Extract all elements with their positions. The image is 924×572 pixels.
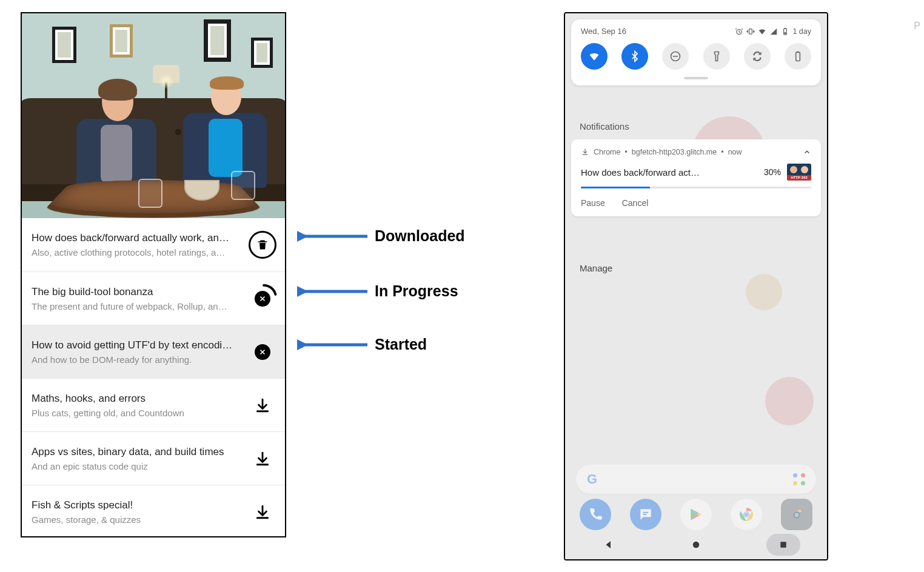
svg-rect-20: [780, 542, 786, 547]
flashlight-icon: [711, 50, 723, 62]
episode-row[interactable]: Apps vs sites, binary data, and build ti…: [22, 431, 285, 485]
svg-rect-4: [749, 28, 752, 33]
episode-title: Fish & Scripts special!: [32, 499, 241, 511]
episode-title: The big build-tool bonanza: [32, 286, 241, 298]
download-button[interactable]: [249, 445, 276, 473]
nav-recent[interactable]: [766, 534, 800, 556]
download-notification[interactable]: Chrome • bgfetch-http203.glitch.me • now…: [571, 139, 821, 216]
status-icons: 1 day: [735, 27, 811, 36]
svg-rect-7: [785, 32, 786, 34]
episode-title: Apps vs sites, binary data, and build ti…: [32, 446, 241, 458]
episode-subtitle: Games, storage, & quizzes: [32, 514, 241, 525]
corner-marker: P: [914, 21, 920, 32]
notif-app: Chrome: [594, 148, 620, 156]
notifications-header: Notifications: [580, 121, 629, 131]
svg-rect-6: [785, 28, 786, 28]
phone-frame: Wed, Sep 16 1 day Notifications Chrome •…: [564, 12, 828, 560]
cancel-download-button[interactable]: [249, 338, 276, 366]
signal-icon: [769, 27, 778, 36]
home-dock: [565, 499, 827, 530]
download-button[interactable]: [249, 498, 276, 526]
drag-handle[interactable]: [684, 77, 708, 79]
nav-back[interactable]: [592, 534, 626, 556]
notif-percent: 30%: [764, 167, 781, 177]
svg-rect-9: [796, 52, 800, 61]
progress-arc-icon: [250, 284, 278, 311]
pause-button[interactable]: Pause: [581, 198, 605, 208]
episode-row[interactable]: Fish & Scripts special! Games, storage, …: [22, 485, 285, 536]
status-date: Wed, Sep 16: [581, 27, 626, 36]
episode-title: Maths, hooks, and errors: [32, 393, 241, 405]
quick-toggle-row: [581, 43, 811, 70]
quick-settings-card: Wed, Sep 16 1 day: [571, 19, 821, 85]
trash-icon: [249, 231, 276, 259]
hero-image: [22, 13, 285, 218]
podcast-app-panel: How does back/forward actually work, an……: [21, 12, 286, 537]
battery-icon: [781, 27, 789, 36]
svg-rect-10: [797, 52, 798, 53]
episode-row[interactable]: How to avoid getting UTF'd by text encod…: [22, 325, 285, 378]
cancel-button[interactable]: Cancel: [622, 198, 649, 208]
google-search-bar[interactable]: G: [576, 465, 816, 494]
messages-app-icon[interactable]: [630, 499, 661, 530]
wifi-icon: [758, 27, 766, 36]
episode-title: How does back/forward actually work, an…: [32, 232, 241, 244]
annotation-label: Started: [375, 336, 427, 353]
svg-point-15: [745, 513, 748, 516]
camera-app-icon[interactable]: [781, 499, 812, 530]
episode-subtitle: Plus cats, getting old, and Countdown: [32, 408, 241, 418]
download-button[interactable]: [249, 391, 276, 419]
episode-list: How does back/forward actually work, an……: [22, 218, 285, 536]
download-progress-bar: [581, 187, 811, 188]
cancel-download-button[interactable]: [249, 285, 276, 313]
dnd-icon: [669, 50, 681, 62]
episode-subtitle: The present and future of webpack, Rollu…: [32, 301, 241, 311]
episode-row[interactable]: How does back/forward actually work, an……: [22, 218, 285, 271]
episode-row[interactable]: Maths, hooks, and errors Plus cats, gett…: [22, 378, 285, 431]
episode-row[interactable]: The big build-tool bonanza The present a…: [22, 271, 285, 325]
chrome-app-icon[interactable]: [731, 499, 762, 530]
annotation-started: Started: [297, 336, 427, 353]
annotation-in-progress: In Progress: [297, 282, 458, 300]
alarm-icon: [735, 27, 743, 36]
bluetooth-icon: [629, 50, 641, 62]
toggle-flashlight[interactable]: [703, 43, 730, 70]
episode-subtitle: And how to be DOM-ready for anything.: [32, 354, 241, 365]
vibrate-icon: [746, 27, 755, 36]
toggle-wifi[interactable]: [581, 43, 608, 70]
battery-text: 1 day: [792, 27, 811, 36]
download-icon: [255, 397, 270, 413]
manage-button[interactable]: Manage: [580, 263, 612, 273]
chevron-up-icon[interactable]: [803, 148, 811, 156]
annotation-label: Downloaded: [375, 227, 465, 245]
google-logo: G: [587, 471, 597, 487]
svg-point-17: [795, 513, 799, 517]
x-icon: [255, 344, 270, 360]
download-icon: [581, 148, 589, 156]
toggle-battery[interactable]: [785, 43, 811, 70]
notif-time: now: [728, 148, 742, 156]
toggle-autorotate[interactable]: [744, 43, 771, 70]
notif-source: bgfetch-http203.glitch.me: [632, 148, 717, 156]
nav-home[interactable]: [679, 534, 713, 556]
toggle-bluetooth[interactable]: [621, 43, 648, 70]
battery-icon: [792, 50, 804, 62]
phone-app-icon[interactable]: [580, 499, 611, 530]
episode-title: How to avoid getting UTF'd by text encod…: [32, 339, 241, 351]
episode-subtitle: Also, active clothing protocols, hotel r…: [32, 247, 241, 258]
toggle-dnd[interactable]: [662, 43, 689, 70]
assistant-icon[interactable]: [793, 473, 805, 485]
notif-title: How does back/forward act…: [581, 167, 758, 178]
download-icon: [255, 504, 270, 520]
episode-subtitle: And an epic status code quiz: [32, 461, 241, 471]
notif-thumbnail: HTTP 203: [787, 164, 811, 181]
nav-bar: [565, 530, 827, 559]
annotation-downloaded: Downloaded: [297, 227, 465, 245]
wifi-icon: [588, 50, 600, 62]
download-icon: [255, 451, 270, 467]
play-store-icon[interactable]: [680, 499, 712, 530]
delete-button[interactable]: [249, 231, 276, 259]
autorotate-icon: [751, 50, 763, 62]
svg-point-19: [693, 542, 700, 548]
svg-rect-18: [798, 510, 801, 511]
